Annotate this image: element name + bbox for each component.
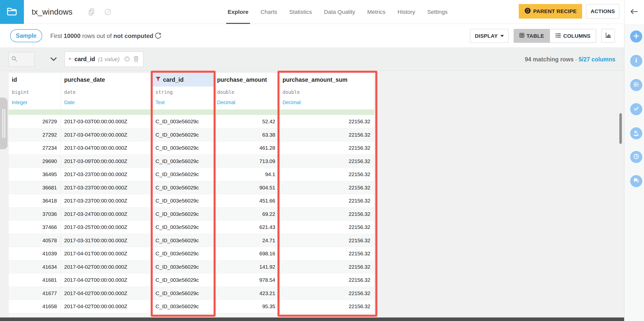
table-cell[interactable]: 461.28	[214, 141, 279, 155]
table-cell[interactable]: 41039	[8, 247, 61, 260]
column-header-purchase_amount_sum[interactable]: purchase_amount_sumdoubleDecimal	[279, 73, 374, 109]
rail-lab-button[interactable]	[630, 127, 642, 139]
table-row[interactable]: 267292017-03-03T00:00:00.000ZC_ID_003e56…	[8, 115, 374, 128]
table-cell[interactable]: 423.21	[214, 287, 279, 300]
table-cell[interactable]: 36418	[8, 194, 61, 208]
table-row[interactable]: 374662017-03-25T00:00:00.000ZC_ID_003e56…	[8, 221, 374, 234]
table-row[interactable]: 272342017-03-04T00:00:00.000ZC_ID_003e56…	[8, 141, 374, 155]
tab-metrics[interactable]: Metrics	[367, 0, 386, 24]
horizontal-scrollbar[interactable]	[0, 317, 624, 321]
tab-statistics[interactable]: Statistics	[289, 0, 312, 24]
table-view-button[interactable]: TABLE	[514, 29, 550, 43]
table-cell[interactable]: 22156.32	[279, 287, 374, 300]
column-header-purchase_amount[interactable]: purchase_amountdoubleDecimal	[214, 73, 279, 109]
table-cell[interactable]: 2017-04-02T00:00:00.000Z	[61, 287, 152, 300]
table-cell[interactable]: 22156.32	[279, 141, 374, 155]
table-cell[interactable]: 2017-03-23T00:00:00.000Z	[61, 194, 152, 208]
table-cell[interactable]: 22156.32	[279, 208, 374, 221]
tab-history[interactable]: History	[397, 0, 415, 24]
column-name[interactable]: card_id	[152, 73, 214, 87]
table-cell[interactable]: 22156.32	[279, 181, 374, 194]
table-cell[interactable]: 94.1	[214, 168, 279, 181]
table-row[interactable]: 405782017-03-31T00:00:00.000ZC_ID_003e56…	[8, 234, 374, 247]
triangle-right-icon[interactable]	[69, 57, 71, 62]
no-share-icon[interactable]	[104, 0, 112, 24]
table-row[interactable]: 296902017-03-09T00:00:00.000ZC_ID_003e56…	[8, 155, 374, 168]
table-cell[interactable]: 2017-04-02T00:00:00.000Z	[61, 300, 152, 313]
column-name[interactable]: purchase_date	[61, 73, 152, 87]
rail-discussions-button[interactable]	[630, 175, 642, 187]
table-cell[interactable]: 41658	[8, 300, 61, 313]
table-cell[interactable]: 621.43	[214, 221, 279, 234]
table-cell[interactable]: 904.51	[214, 181, 279, 194]
table-cell[interactable]: C_ID_003e56029c	[152, 194, 214, 208]
table-row[interactable]: 410392017-04-01T00:00:00.000ZC_ID_003e56…	[8, 247, 374, 260]
table-cell[interactable]: C_ID_003e56029c	[152, 141, 214, 155]
table-cell[interactable]: 2017-04-02T00:00:00.000Z	[61, 273, 152, 287]
tab-settings[interactable]: Settings	[427, 0, 448, 24]
table-cell[interactable]: C_ID_003e56029c	[152, 221, 214, 234]
table-cell[interactable]: C_ID_003e56029c	[152, 208, 214, 221]
columns-view-button[interactable]: COLUMNS	[550, 29, 596, 43]
rail-info-button[interactable]	[630, 55, 642, 67]
table-cell[interactable]: 69.22	[214, 208, 279, 221]
table-cell[interactable]: 22156.32	[279, 300, 374, 313]
table-cell[interactable]: 22156.32	[279, 273, 374, 287]
tab-explore[interactable]: Explore	[228, 0, 249, 24]
table-cell[interactable]: C_ID_003e56029c	[152, 234, 214, 247]
table-cell[interactable]: 95.35	[214, 300, 279, 313]
table-cell[interactable]: 2017-04-02T00:00:00.000Z	[61, 260, 152, 274]
display-dropdown[interactable]: DISPLAY	[470, 29, 509, 43]
table-row[interactable]: 272922017-03-04T00:00:00.000ZC_ID_003e56…	[8, 128, 374, 142]
column-name[interactable]: id	[9, 73, 61, 87]
tab-charts[interactable]: Charts	[261, 0, 277, 24]
vertical-scrollbar[interactable]	[619, 113, 622, 144]
table-cell[interactable]: C_ID_003e56029c	[152, 287, 214, 300]
table-cell[interactable]: 2017-03-31T00:00:00.000Z	[61, 234, 152, 247]
tab-data-quality[interactable]: Data Quality	[324, 0, 355, 24]
table-cell[interactable]: 52.42	[214, 115, 279, 128]
table-cell[interactable]: 2017-03-24T00:00:00.000Z	[61, 208, 152, 221]
table-cell[interactable]: 26729	[8, 115, 61, 128]
table-cell[interactable]: 36495	[8, 168, 61, 181]
table-cell[interactable]: C_ID_003e56029c	[152, 115, 214, 128]
table-cell[interactable]: C_ID_003e56029c	[152, 155, 214, 168]
table-cell[interactable]: 141.92	[214, 260, 279, 274]
column-meaning[interactable]: Decimal	[214, 98, 279, 109]
columns-count-link[interactable]: 5/27 columns	[579, 56, 615, 63]
table-cell[interactable]: 22156.32	[279, 221, 374, 234]
table-cell[interactable]: 63.38	[214, 128, 279, 142]
table-cell[interactable]: C_ID_003e56029c	[152, 247, 214, 260]
table-cell[interactable]: 24.71	[214, 234, 279, 247]
table-cell[interactable]: 22156.32	[279, 260, 374, 274]
column-header-purchase_date[interactable]: purchase_datedateDate	[61, 73, 152, 109]
rail-schema-button[interactable]	[630, 79, 642, 91]
table-cell[interactable]: 41681	[8, 273, 61, 287]
table-cell[interactable]: 2017-04-01T00:00:00.000Z	[61, 247, 152, 260]
table-cell[interactable]: C_ID_003e56029c	[152, 168, 214, 181]
table-row[interactable]: 364182017-03-23T00:00:00.000ZC_ID_003e56…	[8, 194, 374, 208]
table-row[interactable]: 416772017-04-02T00:00:00.000ZC_ID_003e56…	[8, 287, 374, 300]
table-cell[interactable]: 2017-03-09T00:00:00.000Z	[61, 155, 152, 168]
expand-filters-chevron[interactable]	[50, 57, 57, 63]
collapse-panel-button[interactable]	[624, 0, 644, 24]
table-cell[interactable]: 37466	[8, 221, 61, 234]
table-cell[interactable]: 2017-03-04T00:00:00.000Z	[61, 141, 152, 155]
table-cell[interactable]: 451.66	[214, 194, 279, 208]
table-cell[interactable]: 27234	[8, 141, 61, 155]
column-meaning[interactable]: Integer	[9, 98, 61, 109]
table-cell[interactable]: 29690	[8, 155, 61, 168]
table-row[interactable]: 364952017-03-23T00:00:00.000ZC_ID_003e56…	[8, 168, 374, 181]
column-meaning[interactable]: Decimal	[279, 98, 374, 109]
table-cell[interactable]: 36681	[8, 181, 61, 194]
table-cell[interactable]: 978.54	[214, 273, 279, 287]
table-cell[interactable]: 22156.32	[279, 155, 374, 168]
actions-button[interactable]: ACTIONS	[586, 4, 619, 19]
column-name[interactable]: purchase_amount_sum	[279, 73, 374, 87]
column-header-card_id[interactable]: card_idstringText	[152, 73, 214, 109]
rail-history-button[interactable]	[630, 151, 642, 163]
table-cell[interactable]: 22156.32	[279, 115, 374, 128]
copy-icon[interactable]	[88, 0, 95, 24]
rail-check-button[interactable]	[630, 103, 642, 115]
rail-plus-button[interactable]	[630, 30, 642, 43]
